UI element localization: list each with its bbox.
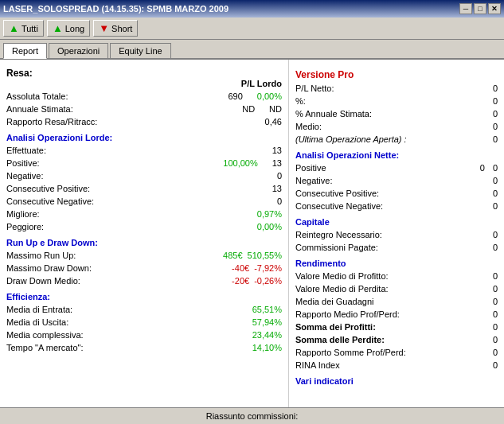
negative-value: 0 <box>277 169 282 182</box>
cons-positive-label: Consecutive Positive: <box>6 182 90 195</box>
title-bar: LASER_SOLOSPREAD (14.15.35): SPMB MARZO … <box>0 0 504 18</box>
cons-negative-value: 0 <box>277 195 282 208</box>
medio-value: 0 <box>493 120 498 133</box>
positive-row: Positive: 100,00% 13 <box>6 157 282 169</box>
r-positive-val1: 0 <box>480 161 485 174</box>
main-content: Resa: P/L Lordo Assoluta Totale: 690 0,0… <box>0 60 504 407</box>
rapporto-medio-label: Rapporto Medio Prof/Perd: <box>295 308 400 321</box>
cons-negative-label: Consecutive Negative: <box>6 195 94 208</box>
maximize-button[interactable]: □ <box>474 3 486 14</box>
medio-label: Medio: <box>295 120 322 133</box>
assoluta-value: 690 <box>228 90 242 103</box>
media-uscita-label: Media di Uscita: <box>6 316 68 329</box>
somma-profitti-row: Somma dei Profitti: 0 <box>295 321 498 333</box>
rapporto-somme-label: Rapporto Somme Prof/Perd: <box>295 346 406 359</box>
pct-annuale-label: % Annuale Stimata: <box>295 107 372 120</box>
commissioni-label: Commissioni Pagate: <box>295 241 378 254</box>
short-label: Short <box>111 24 132 33</box>
long-icon: ▲ <box>53 22 63 34</box>
long-button[interactable]: ▲ Long <box>47 20 90 37</box>
versione-pro-title: Versione Pro <box>295 69 498 80</box>
rapporto-value: 0,46 <box>265 115 282 128</box>
commissioni-row: Commissioni Pagate: 0 <box>295 241 498 254</box>
rapporto-row: Rapporto Resa/Ritracc: 0,46 <box>6 115 282 128</box>
pl-netto-value: 0 <box>493 82 498 95</box>
assoluta-label: Assoluta Totale: <box>6 90 68 103</box>
minimize-button[interactable]: ─ <box>459 3 472 14</box>
cons-negative-row: Consecutive Negative: 0 <box>6 195 282 208</box>
massimo-run-val2: 510,55% <box>248 249 282 262</box>
window-controls: ─ □ ✕ <box>459 3 501 14</box>
r-negative-label: Negative: <box>295 174 332 187</box>
long-label: Long <box>65 24 84 33</box>
valore-perdita-row: Valore Medio di Perdita: 0 <box>295 282 498 295</box>
media-complessiva-label: Media complessiva: <box>6 329 84 341</box>
draw-medio-val1: -20€ <box>232 274 249 287</box>
valore-profitto-row: Valore Medio di Profitto: 0 <box>295 270 498 282</box>
peggiore-value: 0,00% <box>257 220 282 233</box>
assoluta-pct: 0,00% <box>257 90 282 103</box>
tab-equity-line[interactable]: Equity Line <box>110 43 170 58</box>
valore-perdita-value: 0 <box>493 282 498 295</box>
somma-perdite-value: 0 <box>493 333 498 346</box>
media-complessiva-row: Media complessiva: 23,44% <box>6 329 282 341</box>
massimo-run-label: Massimo Run Up: <box>6 249 76 262</box>
annuale-label: Annuale Stimata: <box>6 103 73 115</box>
media-guadagni-value: 0 <box>493 295 498 308</box>
commissioni-value: 0 <box>493 241 498 254</box>
analisi-nette-title: Analisi Operazioni Nette: <box>295 150 498 160</box>
massimo-run-row: Massimo Run Up: 485€ 510,55% <box>6 249 282 262</box>
r-cons-negative-row: Consecutive Negative: 0 <box>295 200 498 212</box>
toolbar: ▲ Tutti ▲ Long ▼ Short <box>0 18 504 40</box>
pl-netto-label: P/L Netto: <box>295 82 334 95</box>
status-bar: Riassunto commissioni: <box>0 407 504 423</box>
rapporto-somme-row: Rapporto Somme Prof/Perd: 0 <box>295 346 498 359</box>
right-panel: Versione Pro P/L Netto: 0 %: 0 % Annuale… <box>289 60 504 407</box>
cons-positive-value: 13 <box>272 182 282 195</box>
media-entrata-value: 65,51% <box>252 303 282 316</box>
migliore-row: Migliore: 0,97% <box>6 208 282 220</box>
somma-profitti-label: Somma dei Profitti: <box>295 321 376 333</box>
pct-annuale-row: % Annuale Stimata: 0 <box>295 107 498 120</box>
pct-row: %: 0 <box>295 95 498 107</box>
effettuate-label: Effettuate: <box>6 144 46 157</box>
r-positive-label: Positive <box>295 161 326 174</box>
rina-index-row: RINA Index 0 <box>295 359 498 371</box>
r-negative-value: 0 <box>493 174 498 187</box>
pct-value: 0 <box>493 95 498 107</box>
reintegro-label: Reintegro Necessario: <box>295 228 382 241</box>
pl-lordo-header: P/L Lordo <box>241 79 282 88</box>
capitale-title: Capitale <box>295 217 498 227</box>
migliore-label: Migliore: <box>6 208 40 220</box>
media-uscita-value: 57,94% <box>252 316 282 329</box>
pl-netto-row: P/L Netto: 0 <box>295 82 498 95</box>
media-entrata-label: Media di Entrata: <box>6 303 72 316</box>
resa-title: Resa: <box>6 68 282 79</box>
rapporto-medio-row: Rapporto Medio Prof/Perd: 0 <box>295 308 498 321</box>
media-complessiva-value: 23,44% <box>252 329 282 341</box>
rina-index-value: 0 <box>493 359 498 371</box>
short-button[interactable]: ▼ Short <box>93 20 138 37</box>
rapporto-medio-value: 0 <box>493 308 498 321</box>
tutti-button[interactable]: ▲ Tutti <box>3 20 44 37</box>
effettuate-row: Effettuate: 13 <box>6 144 282 157</box>
draw-medio-label: Draw Down Medio: <box>6 274 80 287</box>
somma-perdite-row: Somma delle Perdite: 0 <box>295 333 498 346</box>
tab-report[interactable]: Report <box>3 43 47 59</box>
positive-value: 13 <box>272 157 282 169</box>
peggiore-row: Peggiore: 0,00% <box>6 220 282 233</box>
close-button[interactable]: ✕ <box>488 3 501 14</box>
media-guadagni-label: Media dei Guadagni <box>295 295 373 308</box>
massimo-draw-val2: -7,92% <box>254 262 282 274</box>
tempo-mercato-label: Tempo "A mercato": <box>6 341 83 354</box>
r-cons-positive-row: Consecutive Positive: 0 <box>295 187 498 200</box>
short-icon: ▼ <box>99 22 109 34</box>
pct-label: %: <box>295 95 306 107</box>
arrow-up-icon: ▲ <box>9 22 19 34</box>
left-panel: Resa: P/L Lordo Assoluta Totale: 690 0,0… <box>0 60 289 407</box>
annuale-row: Annuale Stimata: ND ND <box>6 103 282 115</box>
r-positive-val2: 0 <box>493 161 498 174</box>
tab-operazioni[interactable]: Operazioni <box>49 43 108 58</box>
massimo-draw-val1: -40€ <box>232 262 249 274</box>
valore-profitto-value: 0 <box>493 270 498 282</box>
